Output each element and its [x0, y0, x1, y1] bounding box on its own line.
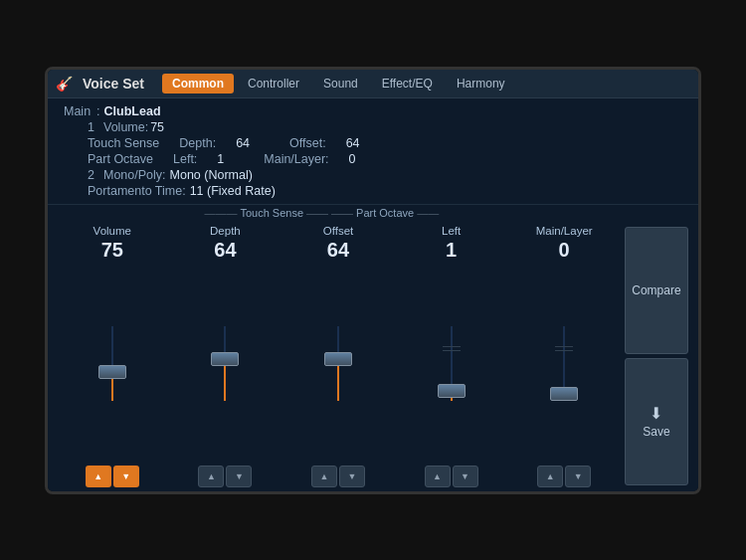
left-label: Left:: [173, 152, 197, 166]
slider-depth-track[interactable]: [169, 266, 282, 462]
portamento-label: Portamento Time:: [88, 184, 186, 198]
slider-mainlayer-up[interactable]: ▲: [537, 466, 563, 487]
slider-depth-up[interactable]: ▲: [198, 466, 224, 487]
info-row-portamento: Portamento Time: 11 (Fixed Rate): [58, 184, 688, 198]
mono-poly-label: Mono/Poly:: [103, 168, 166, 182]
offset-label: Offset:: [289, 136, 326, 150]
save-button[interactable]: ⬇ Save: [625, 358, 688, 485]
slider-left-value: 1: [446, 239, 457, 262]
portamento-value: 11 (Fixed Rate): [190, 184, 276, 198]
slider-left-track[interactable]: [395, 266, 508, 462]
part-octave-dash-left: ——: [331, 207, 353, 219]
tab-controller[interactable]: Controller: [238, 74, 309, 93]
tab-effecteq[interactable]: Effect/EQ: [372, 74, 443, 93]
slider-volume-up[interactable]: ▲: [86, 466, 111, 487]
save-icon: ⬇: [650, 404, 662, 423]
header: 🎸 Voice Set Common Controller Sound Effe…: [48, 70, 698, 98]
slider-volume-label: Volume: [93, 225, 131, 237]
slider-mainlayer-arrows: ▲ ▼: [537, 466, 591, 487]
slider-mainlayer-label: Main/Layer: [536, 225, 593, 237]
touch-sense-dash-left: ———: [204, 207, 237, 219]
info-row-part-octave: Part Octave Left: 1 Main/Layer: 0: [58, 152, 688, 166]
main-value: ClubLead: [104, 104, 161, 118]
slider-left-label: Left: [442, 225, 461, 237]
screen-outer: 🎸 Voice Set Common Controller Sound Effe…: [45, 67, 701, 494]
slider-mainlayer-down[interactable]: ▼: [565, 466, 591, 487]
touch-sense-label: Touch Sense: [88, 136, 159, 150]
guitar-icon: 🎸: [56, 76, 73, 92]
part-octave-label: Part Octave: [88, 152, 153, 166]
slider-depth: Depth 64 ▲ ▼: [169, 225, 282, 487]
info-row-main: Main : ClubLead: [58, 104, 688, 118]
mono-poly-value: Mono (Normal): [170, 168, 253, 182]
main-layer-value: 0: [349, 152, 356, 166]
volume-value: 75: [150, 120, 164, 134]
main-layer-label: Main/Layer:: [264, 152, 328, 166]
slider-offset-track[interactable]: [281, 266, 395, 462]
slider-left-down[interactable]: ▼: [453, 466, 478, 487]
slider-mainlayer: Main/Layer 0 ▲: [507, 225, 621, 487]
slider-offset-arrows: ▲ ▼: [311, 466, 365, 487]
left-value: 1: [217, 152, 224, 166]
slider-depth-label: Depth: [210, 225, 241, 237]
slider-depth-down[interactable]: ▼: [226, 466, 252, 487]
save-label: Save: [643, 425, 669, 439]
compare-label: Compare: [632, 283, 680, 297]
depth-label: Depth:: [179, 136, 216, 150]
slider-offset-up[interactable]: ▲: [311, 466, 337, 487]
tab-common[interactable]: Common: [162, 74, 234, 93]
slider-left: Left 1 ▲: [395, 225, 508, 487]
main-label: Main: [64, 104, 91, 118]
right-sidebar: Compare ⬇ Save: [621, 225, 690, 487]
info-row-2: 2 Mono/Poly: Mono (Normal): [58, 168, 688, 182]
screen: 🎸 Voice Set Common Controller Sound Effe…: [48, 70, 698, 491]
slider-mainlayer-track[interactable]: [507, 266, 621, 462]
info-row-1: 1 Volume: 75: [58, 120, 688, 134]
compare-button[interactable]: Compare: [625, 227, 688, 354]
slider-volume-value: 75: [101, 239, 123, 262]
touch-sense-dash-right: ——: [306, 207, 328, 219]
slider-mainlayer-value: 0: [559, 239, 570, 262]
tabs: Common Controller Sound Effect/EQ Harmon…: [162, 74, 515, 93]
slider-offset-value: 64: [327, 239, 349, 262]
info-section: Main : ClubLead 1 Volume: 75 Touch Sense…: [48, 98, 698, 205]
slider-depth-arrows: ▲ ▼: [198, 466, 252, 487]
slider-volume-arrows: ▲ ▼: [86, 466, 139, 487]
slider-depth-value: 64: [214, 239, 236, 262]
sliders-container: Volume 75 ▲ ▼ Depth: [56, 225, 690, 487]
part-octave-header-label: Part Octave: [356, 207, 414, 219]
info-row-touch: Touch Sense Depth: 64 Offset: 64: [58, 136, 688, 150]
slider-volume-track[interactable]: [56, 266, 169, 462]
touch-sense-header-label: Touch Sense: [240, 207, 303, 219]
depth-value: 64: [236, 136, 250, 150]
page-title: Voice Set: [83, 76, 144, 92]
slider-volume-down[interactable]: ▼: [113, 466, 139, 487]
slider-offset-label: Offset: [323, 225, 353, 237]
slider-offset: Offset 64 ▲ ▼: [281, 225, 395, 487]
sliders-section: Volume 75 ▲ ▼ Depth: [48, 221, 698, 491]
slider-volume: Volume 75 ▲ ▼: [56, 225, 169, 487]
slider-left-up[interactable]: ▲: [425, 466, 451, 487]
row2-num: 2: [88, 168, 103, 182]
part-octave-dash-right: ——: [417, 207, 439, 219]
tab-harmony[interactable]: Harmony: [447, 74, 515, 93]
row1-num: 1: [88, 120, 103, 134]
offset-value: 64: [346, 136, 360, 150]
tab-sound[interactable]: Sound: [313, 74, 368, 93]
sliders-headers: ——— Touch Sense —— —— Part Octave ——: [48, 205, 698, 221]
slider-left-arrows: ▲ ▼: [425, 466, 478, 487]
slider-offset-down[interactable]: ▼: [339, 466, 365, 487]
volume-label: Volume:: [103, 120, 148, 134]
